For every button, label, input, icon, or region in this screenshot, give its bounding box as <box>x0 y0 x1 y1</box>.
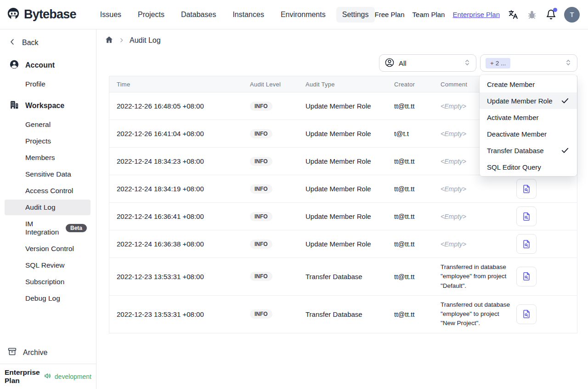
cell-comment: <Empty> <box>433 240 516 248</box>
column-header-audit-level: Audit Level <box>243 81 298 88</box>
account-section: Account Profile <box>0 55 96 93</box>
sidebar-item-debug-log[interactable]: Debug Log <box>5 291 90 306</box>
nav-item-issues[interactable]: Issues <box>94 7 127 23</box>
sidebar-item-subscription[interactable]: Subscription <box>5 274 90 290</box>
table-row: 2022-12-23 13:53:31 +08:00 INFO Transfer… <box>109 258 577 296</box>
cell-time: 2022-12-24 18:34:19 +08:00 <box>109 185 243 193</box>
menu-item-deactivate-member[interactable]: Deactivate Member <box>480 126 577 142</box>
cell-time: 2022-12-26 16:48:05 +08:00 <box>109 102 243 110</box>
cell-creator: t@t.t <box>387 130 433 137</box>
level-badge: INFO <box>250 102 272 111</box>
view-payload-button[interactable] <box>516 206 537 226</box>
level-badge: INFO <box>250 129 272 138</box>
beta-badge: Beta <box>66 224 87 232</box>
sidebar-item-profile[interactable]: Profile <box>5 76 90 92</box>
menu-item-sql-editor-query[interactable]: SQL Editor Query <box>480 159 577 175</box>
menu-item-activate-member[interactable]: Activate Member <box>480 109 577 126</box>
cell-audit-type: Update Member Role <box>298 102 387 110</box>
cell-audit-type: Update Member Role <box>298 130 387 137</box>
menu-item-create-member[interactable]: Create Member <box>480 76 577 92</box>
avatar[interactable]: T <box>564 7 580 23</box>
view-payload-button[interactable] <box>516 234 537 254</box>
archive-icon <box>7 347 17 358</box>
sidebar-item-version-control[interactable]: Version Control <box>5 241 90 257</box>
enterprise-plan-link[interactable]: Enterprise Plan <box>452 11 500 18</box>
menu-item-label: Activate Member <box>487 114 539 121</box>
translate-icon[interactable] <box>508 9 519 20</box>
workspace-section-label: Workspace <box>25 102 64 110</box>
level-badge: INFO <box>250 240 272 249</box>
nav-item-databases[interactable]: Databases <box>175 7 222 23</box>
menu-item-transfer-database[interactable]: Transfer Database <box>480 142 577 159</box>
sidebar-item-projects[interactable]: Projects <box>5 133 90 149</box>
current-plan-label: Enterprise Plan <box>5 368 40 385</box>
sidebar-item-members[interactable]: Members <box>5 150 90 166</box>
cell-comment: <Empty> <box>433 213 516 220</box>
top-navbar: Bytebase Issues Projects Databases Insta… <box>0 0 588 29</box>
sidebar-item-sensitive-data[interactable]: Sensitive Data <box>5 166 90 182</box>
cell-time: 2022-12-26 16:41:04 +08:00 <box>109 130 243 137</box>
view-payload-button[interactable] <box>516 179 537 199</box>
sidebar-item-general[interactable]: General <box>5 117 90 132</box>
audit-type-menu: Create Member Update Member Role Activat… <box>480 75 577 176</box>
menu-item-label: Update Member Role <box>487 97 553 105</box>
level-badge: INFO <box>250 272 272 281</box>
file-search-icon <box>521 212 531 222</box>
bug-icon[interactable] <box>526 9 537 20</box>
environment-label[interactable]: development <box>55 373 91 380</box>
main-nav: Issues Projects Databases Instances Envi… <box>94 7 375 23</box>
breadcrumb: Audit Log <box>105 34 577 46</box>
sidebar-item-im-integration[interactable]: IM Integration Beta <box>5 216 90 240</box>
table-row: 2022-12-24 18:34:19 +08:00 INFO Update M… <box>109 175 577 203</box>
plan-footer: Enterprise Plan development <box>0 364 96 389</box>
cell-comment: <Empty> <box>433 185 516 193</box>
menu-item-label: Create Member <box>487 80 535 88</box>
breadcrumb-current[interactable]: Audit Log <box>130 36 161 45</box>
audit-type-filter-tag: + 2 ... <box>486 58 510 69</box>
cell-time: 2022-12-23 13:53:31 +08:00 <box>109 273 243 280</box>
menu-item-label: Deactivate Member <box>487 130 547 138</box>
cell-time: 2022-12-24 18:34:23 +08:00 <box>109 157 243 165</box>
nav-item-instances[interactable]: Instances <box>226 7 270 23</box>
view-payload-button[interactable] <box>516 267 537 286</box>
breadcrumb-chevron-icon <box>119 37 124 45</box>
chevron-up-down-icon <box>463 58 471 68</box>
nav-item-projects[interactable]: Projects <box>132 7 170 23</box>
back-button[interactable]: Back <box>0 33 96 52</box>
cell-audit-type: Update Member Role <box>298 212 387 220</box>
column-header-time: Time <box>109 81 243 88</box>
nav-item-settings[interactable]: Settings <box>336 7 375 23</box>
table-row: 2022-12-24 16:36:38 +08:00 INFO Update M… <box>109 230 577 258</box>
brand-name: Bytebase <box>24 7 76 22</box>
cell-audit-type: Transfer Database <box>298 310 387 318</box>
user-circle-outline-icon <box>384 57 395 69</box>
level-badge: INFO <box>250 309 272 319</box>
creator-filter-value: All <box>399 59 407 67</box>
level-badge: INFO <box>250 212 272 221</box>
archive-label: Archive <box>23 349 47 357</box>
free-plan-link[interactable]: Free Plan <box>375 11 405 18</box>
cell-creator: tt@tt.tt <box>387 102 433 110</box>
cell-comment: Transferred out database "employee" to p… <box>433 300 516 328</box>
column-header-creator: Creator <box>387 81 433 88</box>
sidebar-item-access-control[interactable]: Access Control <box>5 183 90 199</box>
cell-creator: tt@tt.tt <box>387 310 433 318</box>
check-icon <box>560 96 570 105</box>
level-badge: INFO <box>250 157 272 166</box>
table-row: 2022-12-23 13:53:31 +08:00 INFO Transfer… <box>109 296 577 333</box>
file-search-icon <box>521 239 531 249</box>
archive-button[interactable]: Archive <box>0 342 96 364</box>
sidebar-item-sql-review[interactable]: SQL Review <box>5 257 90 273</box>
creator-filter-select[interactable]: All <box>379 54 476 72</box>
view-payload-button[interactable] <box>516 304 537 324</box>
audit-type-filter-select[interactable]: + 2 ... Create Member Update Member Role <box>480 54 577 72</box>
nav-item-environments[interactable]: Environments <box>275 7 332 23</box>
bytebase-logo[interactable]: Bytebase <box>6 7 94 22</box>
back-label: Back <box>22 39 39 47</box>
bell-icon[interactable] <box>545 9 556 20</box>
menu-item-update-member-role[interactable]: Update Member Role <box>480 92 577 109</box>
cell-time: 2022-12-23 13:53:31 +08:00 <box>109 310 243 318</box>
team-plan-link[interactable]: Team Plan <box>413 11 445 18</box>
sidebar-item-audit-log[interactable]: Audit Log <box>5 200 90 215</box>
home-icon[interactable] <box>105 35 113 46</box>
